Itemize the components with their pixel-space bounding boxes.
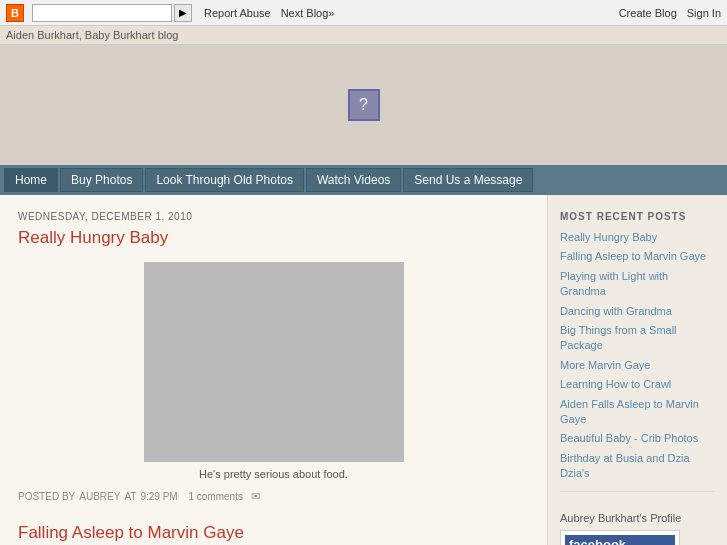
sidebar-recent-posts-title: Most Recent Posts bbox=[560, 211, 715, 222]
post-image bbox=[144, 262, 404, 462]
blogger-icon: B bbox=[6, 4, 24, 22]
create-blog-link[interactable]: Create Blog bbox=[619, 7, 677, 19]
recent-post-0[interactable]: Really Hungry Baby bbox=[560, 230, 715, 245]
search-box: ▶ bbox=[32, 4, 192, 22]
recent-post-3[interactable]: Dancing with Grandma bbox=[560, 304, 715, 319]
email-icon: ✉ bbox=[251, 490, 260, 503]
report-abuse-link[interactable]: Report Abuse bbox=[204, 7, 271, 19]
next-blog-link[interactable]: Next Blog» bbox=[281, 7, 335, 19]
post-title: Really Hungry Baby bbox=[18, 228, 529, 248]
nav-home[interactable]: Home bbox=[4, 168, 58, 192]
nav-send-message[interactable]: Send Us a Message bbox=[403, 168, 533, 192]
blog-title-text: Aiden Burkhart, Baby Burkhart blog bbox=[6, 29, 178, 41]
nav-bar: Home Buy Photos Look Through Old Photos … bbox=[0, 165, 727, 195]
top-right-links: Create Blog Sign In bbox=[619, 7, 721, 19]
nav-look-through-old-photos[interactable]: Look Through Old Photos bbox=[145, 168, 304, 192]
blog-title-bar: Aiden Burkhart, Baby Burkhart blog bbox=[0, 26, 727, 45]
facebook-logo: facebook bbox=[565, 535, 675, 545]
content-area: Wednesday, December 1, 2010 Really Hungr… bbox=[0, 195, 547, 545]
header-image-placeholder: ? bbox=[348, 89, 380, 121]
profile-name: Aubrey Burkhart's Profile bbox=[560, 512, 715, 524]
sidebar: Most Recent Posts Really Hungry Baby Fal… bbox=[547, 195, 727, 545]
sidebar-divider bbox=[560, 491, 715, 492]
main-layout: Wednesday, December 1, 2010 Really Hungr… bbox=[0, 195, 727, 545]
second-post-title: Falling Asleep to Marvin Gaye bbox=[18, 523, 529, 543]
post-time-link[interactable]: 9:29 PM bbox=[140, 491, 177, 502]
recent-post-6[interactable]: Learning How to Crawl bbox=[560, 377, 715, 392]
facebook-profile-box[interactable]: facebook bbox=[560, 530, 680, 545]
recent-post-5[interactable]: More Marvin Gaye bbox=[560, 358, 715, 373]
nav-buy-photos[interactable]: Buy Photos bbox=[60, 168, 143, 192]
recent-post-2[interactable]: Playing with Light with Grandma bbox=[560, 269, 715, 300]
search-button[interactable]: ▶ bbox=[174, 4, 192, 22]
author-link[interactable]: AUBREY bbox=[79, 491, 120, 502]
post-caption: He's pretty serious about food. bbox=[18, 468, 529, 480]
header-area: ? bbox=[0, 45, 727, 165]
at-label: AT bbox=[124, 491, 136, 502]
recent-post-9[interactable]: Birthday at Busia and Dzia Dzia's bbox=[560, 451, 715, 482]
recent-post-4[interactable]: Big Things from a Small Package bbox=[560, 323, 715, 354]
nav-watch-videos[interactable]: Watch Videos bbox=[306, 168, 401, 192]
posted-by-label: POSTED BY bbox=[18, 491, 75, 502]
profile-section: Aubrey Burkhart's Profile facebook bbox=[560, 512, 715, 545]
post-date: Wednesday, December 1, 2010 bbox=[18, 211, 529, 222]
top-bar: B ▶ Report Abuse Next Blog» Create Blog … bbox=[0, 0, 727, 26]
top-links: Report Abuse Next Blog» bbox=[204, 7, 334, 19]
recent-post-7[interactable]: Aiden Falls Asleep to Marvin Gaye bbox=[560, 397, 715, 428]
recent-post-1[interactable]: Falling Asleep to Marvin Gaye bbox=[560, 249, 715, 264]
sign-in-link[interactable]: Sign In bbox=[687, 7, 721, 19]
comments-link[interactable]: 1 comments bbox=[188, 491, 242, 502]
recent-post-8[interactable]: Beautiful Baby - Crib Photos bbox=[560, 431, 715, 446]
search-input[interactable] bbox=[32, 4, 172, 22]
comment-separator bbox=[182, 491, 185, 502]
post-footer: POSTED BY AUBREY AT 9:29 PM 1 comments ✉ bbox=[18, 490, 529, 503]
